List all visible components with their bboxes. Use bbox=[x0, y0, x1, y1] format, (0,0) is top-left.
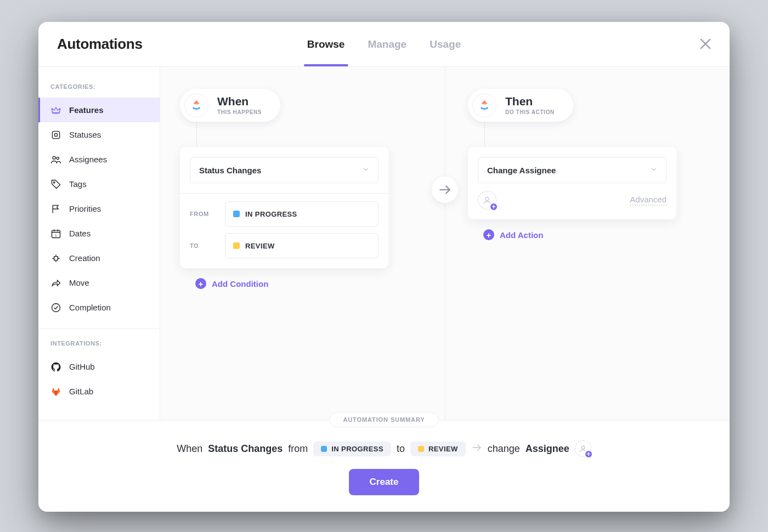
from-status-select[interactable]: IN PROGRESS bbox=[225, 201, 379, 227]
from-label: FROM bbox=[190, 211, 215, 217]
svg-rect-2 bbox=[52, 131, 59, 138]
summary-when: When bbox=[177, 443, 202, 455]
header: Automations Browse Manage Usage bbox=[38, 22, 730, 67]
summary-assignee: Assignee bbox=[526, 443, 569, 455]
share-icon bbox=[50, 278, 61, 288]
check-icon bbox=[50, 302, 61, 313]
close-icon[interactable] bbox=[698, 36, 713, 52]
vertical-divider bbox=[445, 67, 445, 420]
sidebar-item-label: Priorities bbox=[69, 204, 101, 213]
calendar-icon: 1 bbox=[50, 228, 61, 239]
chevron-down-icon bbox=[651, 165, 657, 175]
status-dot bbox=[321, 446, 327, 452]
create-button[interactable]: Create bbox=[349, 469, 420, 495]
brand-icon bbox=[472, 93, 496, 117]
sidebar-item-dates[interactable]: 1 Dates bbox=[38, 221, 160, 246]
then-title: Then bbox=[505, 95, 555, 107]
add-action-label: Add Action bbox=[500, 230, 543, 240]
chevron-down-icon bbox=[363, 165, 369, 175]
when-card: Status Changes FROM IN PROGRESS bbox=[180, 147, 388, 268]
people-icon bbox=[50, 154, 61, 165]
plus-circle-icon: + bbox=[195, 278, 206, 289]
svg-point-9 bbox=[52, 303, 60, 312]
to-row: TO REVIEW bbox=[190, 233, 379, 258]
add-assignee-avatar[interactable]: + bbox=[575, 440, 591, 457]
then-subtitle: DO THIS ACTION bbox=[505, 109, 555, 115]
trigger-type-select[interactable]: Status Changes bbox=[190, 157, 379, 183]
add-condition-button[interactable]: + Add Condition bbox=[195, 278, 268, 289]
add-assignee-avatar[interactable]: + bbox=[478, 191, 496, 210]
add-condition-label: Add Condition bbox=[212, 279, 268, 288]
crown-icon bbox=[50, 105, 61, 116]
modal-title: Automations bbox=[57, 36, 143, 53]
svg-point-4 bbox=[53, 156, 55, 159]
sidebar-item-move[interactable]: Move bbox=[38, 270, 160, 295]
to-status-select[interactable]: REVIEW bbox=[225, 233, 379, 258]
summary-status-changes: Status Changes bbox=[208, 443, 283, 455]
svg-text:1: 1 bbox=[55, 234, 57, 237]
flag-icon bbox=[50, 203, 61, 214]
action-type-label: Change Assignee bbox=[487, 166, 556, 175]
gitlab-icon bbox=[50, 386, 61, 397]
svg-point-6 bbox=[53, 182, 55, 183]
action-type-select[interactable]: Change Assignee bbox=[478, 157, 667, 183]
sidebar-item-features[interactable]: Features bbox=[38, 98, 160, 122]
advanced-link[interactable]: Advanced bbox=[630, 195, 667, 206]
sidebar-item-label: Tags bbox=[69, 179, 87, 189]
workspace: When THIS HAPPENS Status Changes FROM bbox=[160, 67, 730, 420]
sidebar-item-priorities[interactable]: Priorities bbox=[38, 196, 160, 221]
status-dot bbox=[418, 446, 424, 452]
when-column: When THIS HAPPENS Status Changes FROM bbox=[180, 89, 445, 398]
svg-rect-3 bbox=[55, 133, 58, 136]
summary-chip-from: IN PROGRESS bbox=[313, 442, 391, 456]
sidebar-divider bbox=[38, 329, 160, 329]
summary-from: from bbox=[288, 443, 308, 455]
then-pill: Then DO THIS ACTION bbox=[468, 89, 573, 122]
sidebar-categories-label: CATEGORIES: bbox=[38, 78, 160, 98]
svg-point-5 bbox=[57, 157, 59, 159]
divider bbox=[180, 193, 388, 194]
automations-modal: Automations Browse Manage Usage CATEGORI… bbox=[38, 22, 730, 512]
mini-plus-icon: + bbox=[489, 202, 498, 211]
sidebar: CATEGORIES: Features Statuses Assignees bbox=[38, 67, 160, 420]
connector-line bbox=[196, 122, 197, 147]
status-dot bbox=[233, 211, 240, 217]
add-action-button[interactable]: + Add Action bbox=[483, 229, 543, 240]
sidebar-item-gitlab[interactable]: GitLab bbox=[38, 379, 160, 404]
from-row: FROM IN PROGRESS bbox=[190, 201, 379, 227]
mini-plus-icon: + bbox=[584, 450, 593, 459]
connector-line bbox=[484, 122, 485, 147]
sidebar-item-tags[interactable]: Tags bbox=[38, 172, 160, 196]
trigger-type-label: Status Changes bbox=[199, 166, 261, 175]
summary-to: to bbox=[397, 443, 405, 455]
sidebar-item-github[interactable]: GitHub bbox=[38, 354, 160, 379]
tab-usage[interactable]: Usage bbox=[430, 22, 461, 66]
sidebar-item-label: Dates bbox=[69, 229, 91, 238]
sidebar-item-completion[interactable]: Completion bbox=[38, 295, 160, 320]
sidebar-item-assignees[interactable]: Assignees bbox=[38, 147, 160, 172]
arrow-right-icon bbox=[471, 442, 482, 456]
body: CATEGORIES: Features Statuses Assignees bbox=[38, 67, 730, 420]
sidebar-item-label: Assignees bbox=[69, 155, 107, 164]
when-subtitle: THIS HAPPENS bbox=[217, 109, 262, 115]
to-status-name: REVIEW bbox=[245, 242, 275, 250]
when-pill: When THIS HAPPENS bbox=[180, 89, 280, 122]
sidebar-item-label: Statuses bbox=[69, 130, 101, 139]
summary-chip-from-label: IN PROGRESS bbox=[331, 445, 383, 453]
plus-circle-icon: + bbox=[483, 229, 494, 240]
tab-manage[interactable]: Manage bbox=[368, 22, 406, 66]
summary-text: When Status Changes from IN PROGRESS to … bbox=[177, 440, 591, 457]
svg-point-11 bbox=[485, 197, 489, 201]
svg-point-13 bbox=[581, 446, 585, 449]
sidebar-item-label: GitHub bbox=[69, 362, 95, 371]
sidebar-item-statuses[interactable]: Statuses bbox=[38, 122, 160, 147]
sidebar-item-creation[interactable]: Creation bbox=[38, 246, 160, 270]
square-icon bbox=[50, 129, 61, 140]
github-icon bbox=[50, 361, 61, 372]
brand-icon bbox=[184, 93, 208, 117]
tab-browse[interactable]: Browse bbox=[307, 22, 345, 66]
from-status-name: IN PROGRESS bbox=[245, 210, 297, 218]
summary-chip-to: REVIEW bbox=[410, 442, 466, 456]
flow-arrow bbox=[432, 177, 458, 203]
sidebar-item-label: Completion bbox=[69, 303, 111, 312]
